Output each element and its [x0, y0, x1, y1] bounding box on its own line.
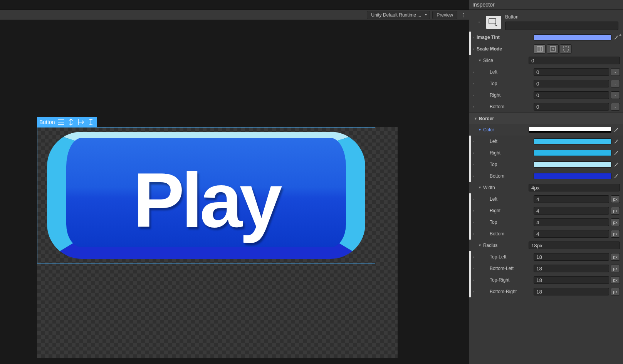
prop-radius-tr: Top-Right px [469, 274, 623, 286]
prop-border-radius: ▼ Radius [469, 240, 623, 251]
text-cursor-icon[interactable] [87, 119, 95, 126]
image-tint-swatch[interactable] [534, 34, 611, 40]
scale-mode-fit-icon[interactable] [547, 44, 559, 54]
unit-px[interactable]: px [611, 253, 620, 261]
foldout-icon[interactable]: ▼ [478, 243, 482, 247]
unit-px[interactable]: px [611, 265, 620, 272]
unit-px[interactable]: px [611, 276, 620, 284]
prop-slice-right: Right - [469, 89, 623, 101]
slice-top-input[interactable] [534, 80, 609, 87]
prop-border-color-left: Left [469, 136, 623, 147]
prop-radius-br: Bottom-Right px [469, 286, 623, 297]
prop-border-color: ▼ Color [469, 124, 623, 136]
border-color-left-label: Left [477, 139, 534, 144]
radius-br-input[interactable] [534, 288, 609, 295]
eyedropper-icon[interactable] [613, 161, 620, 168]
prop-border: ▼ Border [469, 112, 623, 124]
unit-px[interactable]: px [611, 207, 620, 215]
unit-px[interactable]: px [611, 288, 620, 295]
border-radius-input[interactable] [529, 242, 620, 249]
border-width-right-label: Right [477, 208, 534, 213]
prop-radius-tl: Top-Left px [469, 251, 623, 263]
slice-bottom-label: Bottom [477, 104, 534, 109]
prop-border-color-top: Top [469, 159, 623, 170]
slice-label: Slice [483, 58, 529, 63]
radius-tr-input[interactable] [534, 276, 609, 284]
slice-top-label: Top [477, 81, 534, 86]
align-horizontal-icon[interactable] [57, 119, 65, 126]
border-color-swatch[interactable] [529, 127, 611, 133]
scale-mode-label: Scale Mode [477, 46, 534, 52]
border-radius-label: Radius [483, 243, 529, 248]
border-width-left-input[interactable] [534, 195, 609, 203]
inspector-panel: Inspector Button ▲ Image Tint [469, 0, 623, 364]
border-width-input[interactable] [529, 184, 620, 191]
inspector-header: Button [469, 10, 623, 32]
border-color-right-swatch[interactable] [534, 150, 611, 156]
unit-px[interactable]: px [611, 230, 620, 238]
border-color-label: Color [483, 127, 529, 133]
property-list: ▲ Image Tint Scale Mode [469, 32, 623, 364]
eyedropper-icon[interactable] [613, 126, 620, 133]
prop-radius-bl: Bottom-Left px [469, 263, 623, 274]
border-width-top-input[interactable] [534, 218, 609, 226]
eyedropper-icon[interactable] [613, 173, 620, 179]
prop-border-color-bottom: Bottom [469, 170, 623, 182]
border-width-right-input[interactable] [534, 207, 609, 215]
foldout-icon[interactable]: ▼ [474, 117, 477, 121]
slice-bottom-input[interactable] [534, 103, 609, 111]
slice-left-input[interactable] [534, 68, 609, 76]
element-type-icon [486, 16, 501, 29]
unit-px[interactable]: px [611, 195, 620, 203]
more-menu-icon[interactable]: ⋮ [460, 12, 467, 18]
unit-px[interactable]: px [611, 218, 620, 226]
svg-rect-10 [537, 47, 542, 51]
align-left-edge-icon[interactable] [77, 119, 85, 126]
border-color-bottom-label: Bottom [477, 173, 534, 179]
preview-button[interactable]: Preview [432, 11, 457, 19]
canvas[interactable]: Button Play [0, 20, 469, 364]
prop-slice-bottom: Bottom - [469, 101, 623, 112]
align-vertical-center-icon[interactable] [67, 119, 75, 126]
slice-right-input[interactable] [534, 91, 609, 99]
main-area: Unity Default Runtime ... Preview ⋮ Butt… [0, 0, 469, 364]
radius-bl-input[interactable] [534, 265, 609, 272]
svg-rect-14 [563, 47, 569, 51]
element-name-input[interactable] [505, 22, 618, 30]
slice-bottom-unit[interactable]: - [611, 103, 620, 111]
toolbar: Unity Default Runtime ... Preview ⋮ [0, 10, 469, 20]
border-color-left-swatch[interactable] [534, 138, 611, 144]
slice-right-unit[interactable]: - [611, 91, 620, 99]
slice-right-label: Right [477, 92, 534, 98]
border-width-top-label: Top [477, 220, 534, 225]
eyedropper-icon[interactable] [613, 138, 620, 145]
radius-tl-input[interactable] [534, 253, 609, 261]
slice-input[interactable] [529, 57, 620, 64]
prop-slice-top: Top - [469, 78, 623, 89]
border-width-bottom-input[interactable] [534, 230, 609, 238]
border-color-top-label: Top [477, 162, 534, 167]
foldout-icon[interactable]: ▼ [478, 186, 482, 190]
prop-slice-left: Left - [469, 66, 623, 78]
border-color-bottom-swatch[interactable] [534, 173, 611, 179]
scale-mode-stretch-icon[interactable] [534, 44, 546, 54]
foldout-icon[interactable]: ▼ [478, 128, 482, 132]
radius-bl-label: Bottom-Left [477, 266, 534, 271]
scale-mode-toggle[interactable] [534, 44, 572, 54]
slice-left-unit[interactable]: - [611, 68, 620, 76]
app-root: Unity Default Runtime ... Preview ⋮ Butt… [0, 0, 623, 364]
prop-border-width-left: Left px [469, 193, 623, 205]
runtime-dropdown[interactable]: Unity Default Runtime ... [367, 11, 430, 19]
play-button-element[interactable]: Play [47, 132, 365, 259]
prop-border-width-bottom: Bottom px [469, 228, 623, 240]
border-color-top-swatch[interactable] [534, 161, 611, 168]
slice-top-unit[interactable]: - [611, 80, 620, 87]
radius-tr-label: Top-Right [477, 277, 534, 283]
selection-label-bar[interactable]: Button [37, 117, 97, 127]
eyedropper-icon[interactable] [613, 149, 620, 156]
scale-mode-crop-icon[interactable] [560, 44, 572, 54]
radius-tl-label: Top-Left [477, 254, 534, 260]
eyedropper-icon[interactable] [613, 34, 620, 41]
foldout-icon[interactable]: ▼ [478, 59, 482, 62]
prop-border-color-right: Right [469, 147, 623, 159]
